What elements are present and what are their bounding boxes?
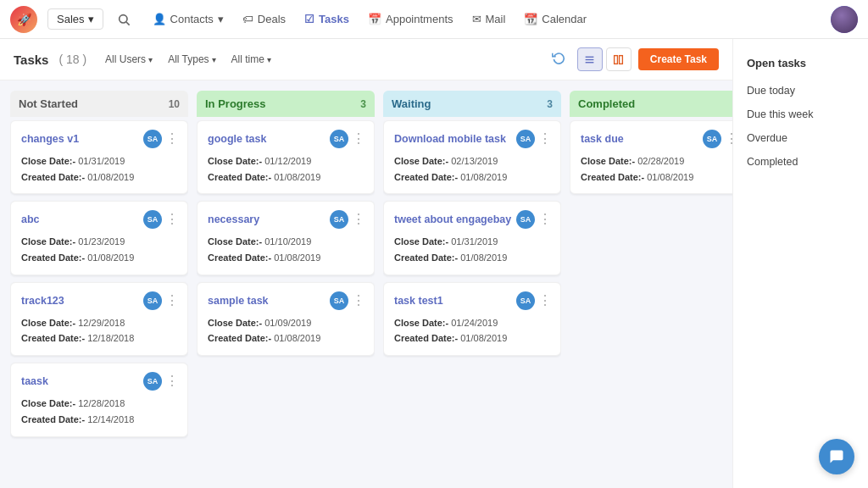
card-title[interactable]: sample task xyxy=(208,295,269,307)
nav-contacts[interactable]: 👤 Contacts ▾ xyxy=(144,8,232,30)
card-title[interactable]: tweet about engagebay xyxy=(394,214,511,225)
card-header: sample task SA ⋮ xyxy=(208,291,365,310)
contacts-icon: 👤 xyxy=(153,13,166,25)
main-content: Tasks ( 18 ) All Users ▾ All Types ▾ All… xyxy=(0,39,732,488)
card-menu-button[interactable]: ⋮ xyxy=(538,213,552,226)
task-card: changes v1 SA ⋮ Close Date:- 01/31/2019 … xyxy=(10,120,188,194)
svg-rect-5 xyxy=(615,55,618,64)
column-cards-not-started: changes v1 SA ⋮ Close Date:- 01/31/2019 … xyxy=(10,120,188,446)
sales-dropdown[interactable]: Sales ▾ xyxy=(47,8,103,30)
card-header: tweet about engagebay SA ⋮ xyxy=(394,210,552,229)
card-menu-button[interactable]: ⋮ xyxy=(352,213,365,226)
card-close-date: Close Date:- 01/31/2019 xyxy=(394,234,552,250)
nav-deals[interactable]: 🏷 Deals xyxy=(234,8,294,30)
card-created-date: Created Date:- 01/08/2019 xyxy=(581,169,732,186)
appointments-icon: 📅 xyxy=(368,13,381,25)
nav-calendar[interactable]: 📆 Calendar xyxy=(515,8,595,30)
users-filter[interactable]: All Users ▾ xyxy=(100,51,158,68)
card-close-date: Close Date:- 12/29/2018 xyxy=(21,315,179,331)
card-created-date: Created Date:- 12/18/2018 xyxy=(21,330,179,347)
column-cards-in-progress: google task SA ⋮ Close Date:- 01/12/2019… xyxy=(197,120,375,364)
task-card: Download mobile task SA ⋮ Close Date:- 0… xyxy=(383,120,561,194)
contacts-chevron: ▾ xyxy=(218,13,224,25)
sidebar-right-due-week[interactable]: Due this week xyxy=(733,103,868,126)
card-avatar: SA xyxy=(330,291,348,310)
view-toggle xyxy=(577,47,632,71)
column-header-not-started: Not Started 10 xyxy=(10,91,188,117)
column-cards-waiting: Download mobile task SA ⋮ Close Date:- 0… xyxy=(383,120,561,364)
app-logo[interactable]: 🚀 xyxy=(10,6,37,33)
card-actions: SA ⋮ xyxy=(143,130,179,148)
card-menu-button[interactable]: ⋮ xyxy=(538,132,552,146)
nav-tasks[interactable]: ☑ Tasks xyxy=(296,8,358,30)
card-menu-button[interactable]: ⋮ xyxy=(352,294,365,308)
card-avatar: SA xyxy=(330,210,348,229)
card-menu-button[interactable]: ⋮ xyxy=(165,213,179,226)
card-created-date: Created Date:- 01/08/2019 xyxy=(208,330,365,347)
card-actions: SA ⋮ xyxy=(143,291,179,310)
task-card: taask SA ⋮ Close Date:- 12/28/2018 Creat… xyxy=(10,363,188,436)
board-view-button[interactable] xyxy=(606,47,632,71)
sidebar-right-due-today[interactable]: Due today xyxy=(733,79,868,103)
card-actions: SA ⋮ xyxy=(703,130,732,148)
column-title: Waiting xyxy=(392,97,431,110)
card-title[interactable]: necessary xyxy=(208,214,259,225)
card-created-date: Created Date:- 01/08/2019 xyxy=(208,250,365,266)
card-title[interactable]: task test1 xyxy=(394,295,443,307)
card-close-date: Close Date:- 01/23/2019 xyxy=(21,234,179,250)
card-menu-button[interactable]: ⋮ xyxy=(538,294,552,308)
filter-group: All Users ▾ All Types ▾ All time ▾ xyxy=(100,51,276,68)
card-created-date: Created Date:- 01/08/2019 xyxy=(394,169,552,186)
card-title[interactable]: Download mobile task xyxy=(394,133,506,145)
refresh-button[interactable] xyxy=(547,47,570,71)
list-view-button[interactable] xyxy=(577,47,603,71)
card-title[interactable]: track123 xyxy=(21,295,64,307)
mail-icon: ✉ xyxy=(472,13,481,25)
card-avatar: SA xyxy=(143,291,162,310)
task-card: necessary SA ⋮ Close Date:- 01/10/2019 C… xyxy=(197,201,375,274)
sidebar-right-completed[interactable]: Completed xyxy=(733,150,868,174)
card-menu-button[interactable]: ⋮ xyxy=(165,294,179,308)
column-title: In Progress xyxy=(205,97,266,110)
card-avatar: SA xyxy=(330,130,348,148)
card-menu-button[interactable]: ⋮ xyxy=(165,132,179,146)
chat-button[interactable] xyxy=(819,439,854,474)
card-close-date: Close Date:- 01/31/2019 xyxy=(21,153,179,169)
board-columns: Not Started 10 changes v1 SA ⋮ Close Dat… xyxy=(0,80,732,488)
nav-mail[interactable]: ✉ Mail xyxy=(464,8,515,30)
task-card: track123 SA ⋮ Close Date:- 12/29/2018 Cr… xyxy=(10,282,188,356)
tasks-icon: ☑ xyxy=(304,13,314,25)
column-in-progress: In Progress 3 google task SA ⋮ Close Dat… xyxy=(197,91,375,488)
card-title[interactable]: taask xyxy=(21,375,48,387)
card-menu-button[interactable]: ⋮ xyxy=(165,374,179,388)
card-title[interactable]: google task xyxy=(208,133,266,145)
search-button[interactable] xyxy=(110,6,137,33)
card-close-date: Close Date:- 01/24/2019 xyxy=(394,315,552,331)
card-created-date: Created Date:- 01/08/2019 xyxy=(21,169,179,186)
task-card: tweet about engagebay SA ⋮ Close Date:- … xyxy=(383,201,561,274)
create-task-button[interactable]: Create Task xyxy=(638,48,719,70)
card-avatar: SA xyxy=(143,130,162,148)
user-avatar[interactable] xyxy=(831,6,858,33)
card-actions: SA ⋮ xyxy=(330,130,365,148)
card-header: track123 SA ⋮ xyxy=(21,291,179,310)
card-title[interactable]: abc xyxy=(21,214,40,225)
card-close-date: Close Date:- 01/09/2019 xyxy=(208,315,365,331)
card-header: Download mobile task SA ⋮ xyxy=(394,130,552,148)
nav-links: 👤 Contacts ▾ 🏷 Deals ☑ Tasks 📅 Appointme… xyxy=(144,8,824,30)
card-avatar: SA xyxy=(703,130,721,148)
card-title[interactable]: task due xyxy=(581,133,624,145)
types-filter[interactable]: All Types ▾ xyxy=(163,51,220,68)
task-card: task test1 SA ⋮ Close Date:- 01/24/2019 … xyxy=(383,282,561,356)
nav-appointments[interactable]: 📅 Appointments xyxy=(359,8,462,30)
column-count: 3 xyxy=(360,98,366,110)
column-count: 3 xyxy=(547,98,553,110)
sidebar-right-overdue[interactable]: Overdue xyxy=(733,126,868,150)
card-menu-button[interactable]: ⋮ xyxy=(725,132,732,146)
card-title[interactable]: changes v1 xyxy=(21,133,79,145)
board-area: Not Started 10 changes v1 SA ⋮ Close Dat… xyxy=(0,80,732,488)
column-completed: Completed 1 task due SA ⋮ Close Date:- 0… xyxy=(570,91,732,488)
card-close-date: Close Date:- 02/28/2019 xyxy=(581,153,732,169)
card-menu-button[interactable]: ⋮ xyxy=(352,132,365,146)
time-filter[interactable]: All time ▾ xyxy=(226,51,276,68)
